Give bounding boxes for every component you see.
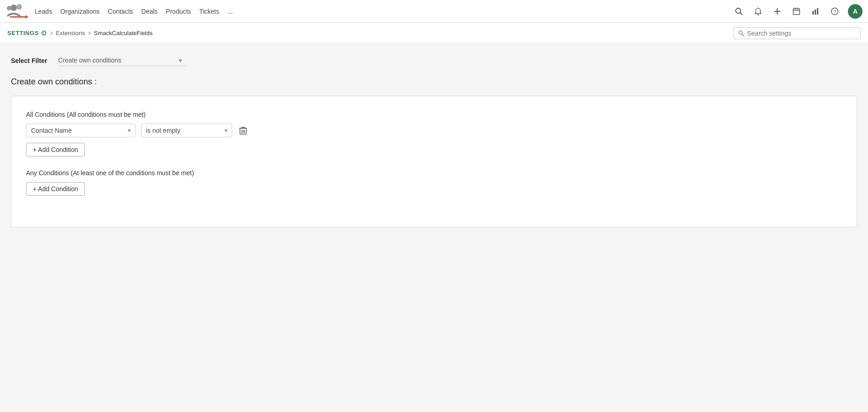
nav-organizations[interactable]: Organizations: [60, 8, 99, 15]
help-icon-btn[interactable]: ?: [829, 5, 841, 17]
section-title: Create own conditions :: [11, 77, 857, 87]
filter-label: Select Filter: [11, 57, 47, 64]
chart-icon-btn[interactable]: [810, 5, 821, 17]
all-conditions-title: All Conditions (All conditions must be m…: [26, 111, 842, 118]
svg-rect-9: [793, 9, 800, 15]
settings-bar: SETTINGS ⚙ > Extensions > SmackCalculate…: [0, 23, 868, 44]
calendar-icon-btn[interactable]: [790, 5, 802, 17]
svg-point-0: [10, 5, 17, 11]
nav-products[interactable]: Products: [166, 8, 191, 15]
filter-select[interactable]: Create own conditions: [58, 55, 186, 66]
filter-select-wrap: Create own conditions ▼: [58, 55, 186, 66]
svg-point-1: [16, 4, 22, 10]
plus-icon-btn[interactable]: [771, 5, 783, 17]
svg-rect-13: [812, 11, 814, 15]
main-content: Select Filter Create own conditions ▼ Cr…: [0, 44, 868, 412]
search-icon-btn[interactable]: [733, 5, 745, 17]
svg-line-19: [742, 34, 744, 36]
condition-field-select-0[interactable]: Contact Name: [26, 124, 135, 137]
all-conditions-group: All Conditions (All conditions must be m…: [26, 111, 842, 156]
svg-text:?: ?: [833, 9, 836, 14]
conditions-box: All Conditions (All conditions must be m…: [11, 96, 857, 227]
nav-leads[interactable]: Leads: [35, 8, 52, 15]
settings-gear-icon: ⚙: [41, 29, 47, 37]
nav-deals[interactable]: Deals: [141, 8, 158, 15]
delete-condition-btn-0[interactable]: [238, 125, 249, 136]
add-condition-btn-all[interactable]: + Add Condition: [26, 143, 85, 156]
condition-row-0: Contact Name ▼ is not empty ▼: [26, 124, 842, 137]
op-select-wrap-0: is not empty ▼: [141, 124, 232, 137]
nav-tickets[interactable]: Tickets: [199, 8, 219, 15]
svg-rect-15: [817, 8, 818, 15]
svg-line-6: [740, 12, 743, 15]
top-nav: Leads Organizations Contacts Deals Produ…: [0, 0, 868, 23]
add-condition-btn-any[interactable]: + Add Condition: [26, 182, 85, 196]
search-settings-box: [733, 27, 861, 39]
filter-row: Select Filter Create own conditions ▼: [11, 55, 857, 66]
search-settings-input[interactable]: [747, 30, 856, 37]
breadcrumb-extensions[interactable]: Extensions: [56, 30, 85, 37]
nav-links: Leads Organizations Contacts Deals Produ…: [35, 8, 733, 15]
breadcrumb-current: SmackCalculateFields: [94, 30, 153, 37]
nav-actions: ? A: [733, 4, 863, 19]
condition-op-select-0[interactable]: is not empty: [141, 124, 232, 137]
breadcrumb-sep-1: >: [50, 30, 53, 37]
svg-marker-4: [26, 15, 28, 19]
nav-more[interactable]: ...: [228, 8, 233, 15]
svg-rect-14: [815, 10, 816, 15]
search-settings-wrap: [733, 27, 861, 39]
bell-icon-btn[interactable]: [752, 5, 764, 17]
any-conditions-title: Any Conditions (At least one of the cond…: [26, 169, 842, 177]
search-settings-icon: [738, 30, 744, 37]
field-select-wrap-0: Contact Name ▼: [26, 124, 135, 137]
svg-point-2: [7, 6, 11, 10]
nav-contacts[interactable]: Contacts: [108, 8, 133, 15]
breadcrumb-sep-2: >: [88, 30, 91, 37]
user-avatar-btn[interactable]: A: [848, 4, 863, 19]
settings-label[interactable]: SETTINGS: [7, 30, 39, 37]
any-conditions-group: Any Conditions (At least one of the cond…: [26, 169, 842, 196]
logo-area: [5, 2, 29, 21]
